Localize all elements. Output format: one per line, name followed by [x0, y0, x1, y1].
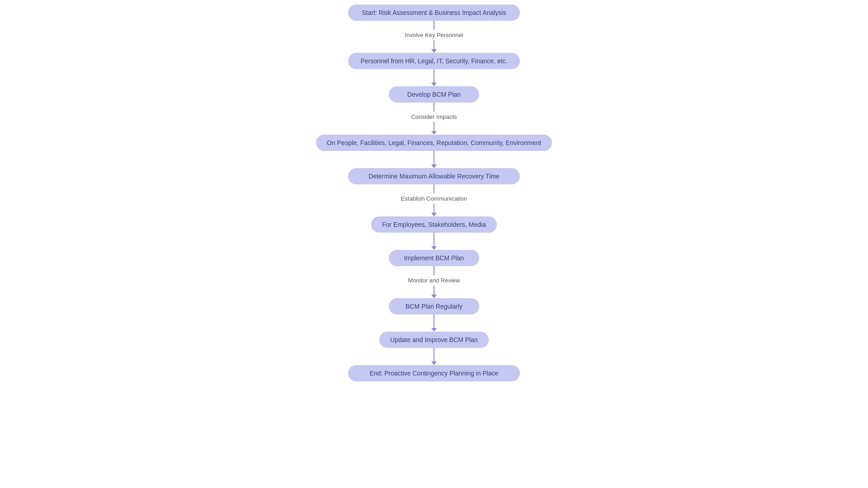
arrow-head-1 [431, 49, 437, 53]
connector-5: Establish Communication [401, 184, 467, 216]
edge-label-5: Establish Communication [401, 195, 467, 202]
node-impacts-label: On People, Facilities, Legal, Finances, … [327, 139, 541, 146]
node-impacts: On People, Facilities, Legal, Finances, … [316, 135, 552, 151]
connector-6 [431, 233, 437, 250]
connector-8 [431, 314, 437, 332]
edge-label-7: Monitor and Review [408, 277, 460, 284]
diagram-container: Start: Risk Assessment & Business Impact… [0, 0, 868, 488]
arrow-line-1 [434, 21, 434, 30]
node-start: Start: Risk Assessment & Business Impact… [348, 5, 520, 21]
node-implement: Implement BCM Plan [389, 250, 479, 266]
connector-4 [431, 151, 437, 168]
node-update: Update and Improve BCM Plan [379, 332, 489, 348]
node-update-label: Update and Improve BCM Plan [390, 336, 478, 343]
arrow-line-3 [434, 103, 434, 112]
arrow-line-5b [434, 204, 434, 213]
arrow-head-5 [431, 213, 437, 216]
connector-3: Consider Impacts [411, 103, 457, 135]
node-bcm-regular-label: BCM Plan Regularly [406, 303, 462, 310]
arrow-head-2 [431, 83, 437, 86]
node-start-label: Start: Risk Assessment & Business Impact… [362, 9, 506, 16]
arrow-line-8 [434, 314, 434, 328]
connector-7: Monitor and Review [408, 266, 460, 298]
arrow-line-3b [434, 122, 434, 131]
node-mart-label: Determine Maximum Allowable Recovery Tim… [368, 173, 499, 180]
connector-2 [431, 69, 437, 86]
arrow-head-8 [431, 328, 437, 332]
arrow-head-3 [431, 131, 437, 135]
arrow-line-6 [434, 233, 434, 246]
node-mart: Determine Maximum Allowable Recovery Tim… [348, 168, 520, 184]
node-develop-label: Develop BCM Plan [407, 91, 461, 98]
arrow-line-1b [434, 40, 434, 49]
connector-1: Involve Key Personnel [405, 21, 463, 53]
arrow-line-2 [434, 69, 434, 83]
arrow-head-7 [431, 295, 437, 298]
node-end: End: Proactive Contingency Planning in P… [348, 365, 520, 381]
edge-label-3: Consider Impacts [411, 113, 457, 120]
node-personnel-label: Personnel from HR, Legal, IT, Security, … [360, 57, 507, 65]
node-develop: Develop BCM Plan [389, 86, 479, 103]
arrow-line-7b [434, 286, 434, 295]
arrow-line-4 [434, 151, 434, 164]
arrow-head-4 [431, 164, 437, 168]
node-bcm-regular: BCM Plan Regularly [389, 298, 479, 314]
arrow-line-5 [434, 184, 434, 193]
arrow-line-7 [434, 266, 434, 275]
arrow-head-6 [431, 246, 437, 250]
arrow-head-9 [431, 361, 437, 365]
flowchart: Start: Risk Assessment & Business Impact… [316, 5, 552, 381]
node-end-label: End: Proactive Contingency Planning in P… [370, 370, 499, 377]
arrow-line-9 [434, 348, 434, 361]
edge-label-1: Involve Key Personnel [405, 32, 463, 38]
node-comms: For Employees, Stakeholders, Media [371, 216, 497, 233]
node-implement-label: Implement BCM Plan [404, 254, 464, 262]
node-comms-label: For Employees, Stakeholders, Media [382, 221, 486, 228]
node-personnel: Personnel from HR, Legal, IT, Security, … [348, 53, 520, 69]
connector-9 [431, 348, 437, 365]
